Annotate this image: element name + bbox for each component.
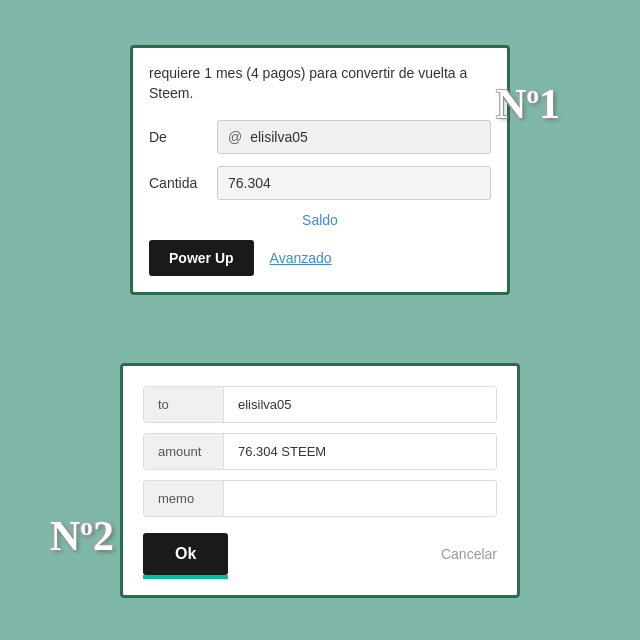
- amount-label: amount: [144, 434, 224, 469]
- cantidad-label: Cantida: [149, 175, 209, 191]
- dialog-buttons: Ok Cancelar: [143, 533, 497, 575]
- power-up-button[interactable]: Power Up: [149, 240, 254, 276]
- cancelar-button[interactable]: Cancelar: [441, 546, 497, 562]
- to-row: to elisilva05: [143, 386, 497, 423]
- de-row: De @ elisilva05: [149, 120, 491, 154]
- badge-number-1: No1: [496, 80, 560, 128]
- username-value: elisilva05: [250, 129, 308, 145]
- card-description: requiere 1 mes (4 pagos) para convertir …: [149, 64, 491, 103]
- confirm-dialog: to elisilva05 amount 76.304 STEEM memo O…: [120, 363, 520, 598]
- saldo-link[interactable]: Saldo: [149, 212, 491, 228]
- de-label: De: [149, 129, 209, 145]
- badge-1-text: No1: [496, 81, 560, 127]
- amount-input[interactable]: 76.304: [217, 166, 491, 200]
- power-up-card: requiere 1 mes (4 pagos) para convertir …: [130, 45, 510, 294]
- memo-value[interactable]: [224, 488, 496, 508]
- bottom-section: No2 to elisilva05 amount 76.304 STEEM me…: [0, 320, 640, 640]
- username-input-wrapper[interactable]: @ elisilva05: [217, 120, 491, 154]
- at-symbol: @: [228, 129, 242, 145]
- amount-display-value: 76.304 STEEM: [224, 434, 496, 469]
- memo-label: memo: [144, 481, 224, 516]
- button-row: Power Up Avanzado: [149, 240, 491, 276]
- to-label: to: [144, 387, 224, 422]
- cantidad-row: Cantida 76.304: [149, 166, 491, 200]
- amount-row: amount 76.304 STEEM: [143, 433, 497, 470]
- avanzado-button[interactable]: Avanzado: [270, 250, 332, 266]
- badge-number-2: No2: [50, 512, 114, 560]
- memo-row: memo: [143, 480, 497, 517]
- ok-button[interactable]: Ok: [143, 533, 228, 575]
- to-value: elisilva05: [224, 387, 496, 422]
- amount-value: 76.304: [228, 175, 271, 191]
- badge-2-text: No2: [50, 513, 114, 559]
- top-section: requiere 1 mes (4 pagos) para convertir …: [0, 0, 640, 320]
